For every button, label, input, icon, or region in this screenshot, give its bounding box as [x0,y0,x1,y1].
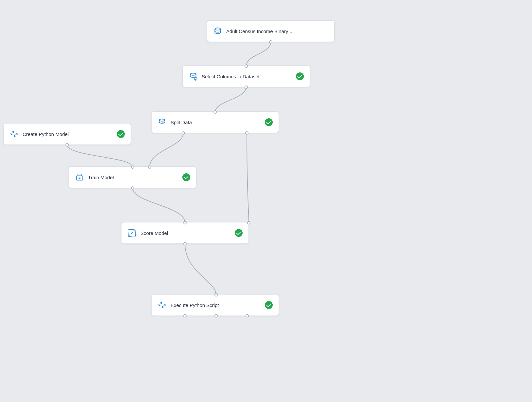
dot-exec-out-left [183,314,187,317]
dot-exec-in [214,293,218,297]
train-model-check [182,173,190,181]
dot-select-out [245,86,248,89]
split-data-check [265,118,273,126]
dataset-label: Adult Census Income Binary ... [226,29,328,34]
select-columns-label: Select Columns in Dataset [202,74,291,79]
select-columns-check [296,72,304,80]
python-create-icon [9,129,19,139]
execute-python-icon [157,300,167,310]
train-model-icon [75,173,84,182]
dot-exec-out-right [246,314,249,317]
dot-dataset-out [269,40,272,44]
svg-point-13 [129,235,130,236]
dot-python-out [65,143,69,146]
score-model-label: Score Model [140,230,229,236]
svg-point-5 [159,119,165,121]
database-icon [213,27,222,36]
svg-point-0 [215,28,220,30]
split-data-node[interactable]: Split Data [151,111,279,133]
svg-rect-8 [78,174,82,176]
dot-exec-out-mid [214,314,218,317]
svg-point-15 [132,232,133,233]
execute-python-label: Execute Python Script [171,302,260,308]
dot-split-in [213,110,217,114]
create-python-label: Create Python Model [23,131,112,137]
svg-point-18 [163,307,164,308]
dot-train-in2 [148,165,151,169]
dot-score-out [183,242,187,245]
svg-point-1 [190,73,196,75]
dot-train-out [131,186,134,190]
train-model-node[interactable]: Train Model [69,166,196,188]
dot-score-in-right [247,221,250,224]
score-model-node[interactable]: Score Model [121,222,249,244]
dot-split-out-left [182,131,185,135]
execute-python-node[interactable]: Execute Python Script [151,294,279,316]
dot-select-in [245,65,248,68]
create-python-node[interactable]: Create Python Model [3,123,131,145]
dot-split-out-right [245,131,248,135]
train-model-label: Train Model [88,175,177,180]
svg-point-4 [15,136,16,137]
create-python-check [117,130,125,138]
execute-python-check [265,301,273,309]
svg-point-16 [134,230,135,231]
dataset-node[interactable]: Adult Census Income Binary ... [207,20,335,42]
dot-score-in-left [183,221,187,224]
split-data-label: Split Data [171,120,260,125]
score-model-icon [127,228,137,238]
split-data-icon [157,118,167,127]
dot-train-in [131,165,134,169]
score-model-check [235,229,243,237]
svg-point-17 [160,302,161,303]
svg-point-3 [12,131,13,132]
select-columns-icon [189,72,198,81]
svg-point-14 [131,233,132,234]
select-columns-node[interactable]: Select Columns in Dataset [182,66,310,87]
